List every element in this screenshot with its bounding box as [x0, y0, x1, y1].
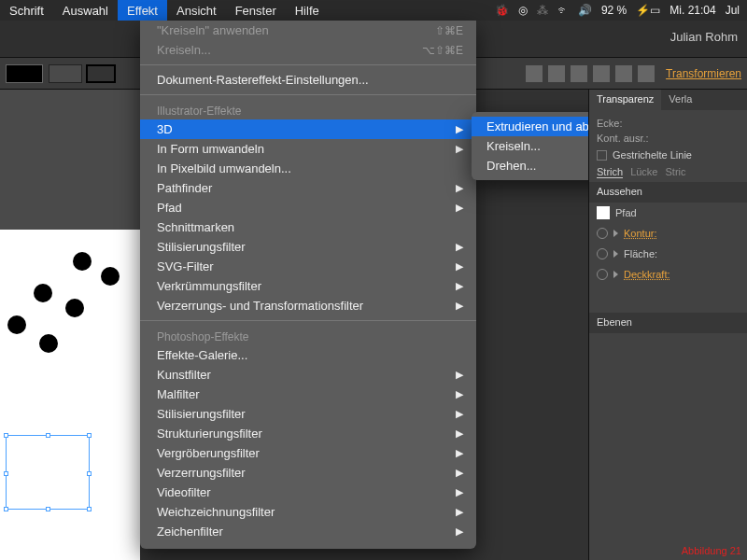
align-icon[interactable]: [526, 65, 543, 82]
appearance-row[interactable]: Fläche:: [589, 244, 747, 264]
sync-icon[interactable]: ◎: [518, 4, 528, 17]
menu-item[interactable]: Verkrümmungsfilter▶: [140, 276, 476, 296]
menu-auswahl[interactable]: Auswahl: [53, 0, 118, 21]
align-icon[interactable]: [548, 65, 565, 82]
menu-effekt[interactable]: Effekt: [118, 0, 167, 21]
appearance-name: Kontur:: [624, 228, 740, 239]
wifi-icon[interactable]: ᯤ: [557, 4, 569, 17]
figure-caption: Abbildung 21: [682, 545, 741, 556]
menu-item[interactable]: Schnittmarken: [140, 217, 476, 237]
transform-link[interactable]: Transformieren: [666, 67, 741, 80]
appearance-name: Fläche:: [624, 248, 740, 259]
menu-item[interactable]: SVG-Filter▶: [140, 257, 476, 276]
dashed-line-check[interactable]: Gestrichelte Linie: [597, 149, 740, 161]
submenu-arrow-icon: ▶: [456, 408, 463, 420]
shape-dot[interactable]: [101, 267, 120, 286]
menu-item[interactable]: 3D▶: [140, 119, 476, 139]
tab-transparenz[interactable]: Transparenz: [589, 90, 661, 110]
submenu-arrow-icon: ▶: [456, 447, 463, 459]
submenu-arrow-icon: ▶: [456, 241, 463, 253]
menu-item[interactable]: Stilisierungsfilter▶: [140, 237, 476, 257]
submenu-arrow-icon: ▶: [456, 123, 463, 135]
submenu-arrow-icon: ▶: [456, 506, 463, 518]
submenu-arrow-icon: ▶: [456, 143, 463, 155]
menu-item[interactable]: Verzerrungsfilter▶: [140, 463, 476, 483]
menu-item[interactable]: Pfad▶: [140, 198, 476, 217]
disclosure-icon[interactable]: [613, 271, 618, 278]
layers-header[interactable]: Ebenen: [589, 313, 747, 333]
menu-item[interactable]: Pathfinder▶: [140, 178, 476, 198]
menu-section-header: Illustrator-Effekte: [140, 100, 476, 119]
path-swatch-icon: [597, 206, 610, 219]
appearance-header[interactable]: Aussehen: [589, 182, 747, 203]
menu-item[interactable]: Malfilter▶: [140, 385, 476, 404]
menu-recent: Kreiseln...⌥⇧⌘E: [140, 40, 476, 60]
visibility-icon[interactable]: [597, 269, 608, 280]
notification-icon[interactable]: 🐞: [495, 4, 509, 17]
submenu-arrow-icon: ▶: [456, 486, 463, 498]
document-user: Julian Rohm: [670, 30, 738, 44]
menu-hilfe[interactable]: Hilfe: [286, 0, 329, 21]
shape-dot[interactable]: [7, 315, 26, 334]
stroke-swatch[interactable]: [86, 64, 116, 83]
shape-dot[interactable]: [65, 299, 84, 317]
panel-tabs: Transparenz Verla: [589, 90, 747, 110]
ecke-label: Ecke:: [597, 118, 740, 129]
shape-dot[interactable]: [39, 334, 58, 353]
disclosure-icon[interactable]: [613, 250, 618, 258]
menu-item[interactable]: Weichzeichnungsfilter▶: [140, 502, 476, 522]
appearance-row[interactable]: Kontur:: [589, 223, 747, 244]
artboard[interactable]: [0, 230, 140, 560]
align-icons: [526, 65, 655, 82]
menu-item[interactable]: Kunstfilter▶: [140, 365, 476, 385]
appearance-row[interactable]: Deckkraft:: [589, 264, 747, 285]
appearance-path-row[interactable]: Pfad: [589, 203, 747, 223]
menubar-status: 🐞 ◎ ⁂ ᯤ 🔊 92 % ⚡▭ Mi. 21:04 Jul: [487, 4, 747, 17]
submenu-arrow-icon: ▶: [456, 182, 463, 194]
checkbox-icon[interactable]: [597, 150, 607, 161]
menu-item[interactable]: In Form umwandeln▶: [140, 139, 476, 159]
visibility-icon[interactable]: [597, 228, 608, 239]
submenu-arrow-icon: ▶: [456, 260, 463, 273]
submenu-arrow-icon: ▶: [456, 369, 463, 381]
menu-raster-settings[interactable]: Dokument-Rastereffekt-Einstellungen...: [140, 70, 476, 90]
fill-swatch[interactable]: [6, 64, 43, 83]
shape-dot[interactable]: [73, 252, 92, 271]
align-icon[interactable]: [571, 65, 587, 82]
battery-icon[interactable]: ⚡▭: [636, 4, 660, 17]
align-icon[interactable]: [593, 65, 610, 82]
menu-item[interactable]: In Pixelbild umwandeln...: [140, 159, 476, 178]
menu-item[interactable]: Strukturierungsfilter▶: [140, 424, 476, 443]
menu-item[interactable]: Vergröberungsfilter▶: [140, 443, 476, 463]
battery-text: 92 %: [601, 4, 627, 17]
menu-item[interactable]: Verzerrungs- und Transformationsfilter▶: [140, 296, 476, 315]
volume-icon[interactable]: 🔊: [578, 4, 592, 17]
submenu-arrow-icon: ▶: [456, 202, 463, 214]
menu-item[interactable]: Zeichenfilter▶: [140, 522, 476, 541]
menu-item[interactable]: Effekte-Galerie...: [140, 345, 476, 365]
clock-text[interactable]: Mi. 21:04: [669, 4, 715, 17]
visibility-icon[interactable]: [597, 248, 608, 259]
submenu-arrow-icon: ▶: [456, 280, 463, 292]
tab-verlauf[interactable]: Verla: [661, 90, 699, 110]
fill-dropdown[interactable]: [49, 64, 82, 83]
disclosure-icon[interactable]: [613, 230, 618, 237]
submenu-arrow-icon: ▶: [456, 427, 463, 440]
align-icon[interactable]: [615, 65, 632, 82]
menu-ansicht[interactable]: Ansicht: [167, 0, 226, 21]
user-short[interactable]: Jul: [726, 4, 740, 17]
kont-label: Kont. ausr.:: [597, 133, 740, 144]
submenu-arrow-icon: ▶: [456, 388, 463, 400]
align-icon[interactable]: [638, 65, 655, 82]
menu-item[interactable]: Stilisierungsfilter▶: [140, 404, 476, 424]
shape-dot[interactable]: [34, 284, 52, 302]
canvas-area[interactable]: [0, 90, 140, 560]
selection-box[interactable]: [6, 435, 90, 510]
menu-schrift[interactable]: Schrift: [0, 0, 53, 21]
right-panels: Transparenz Verla Ecke: Kont. ausr.: Ges…: [588, 90, 747, 560]
menu-section-header: Photoshop-Effekte: [140, 326, 476, 345]
menu-recent-apply: "Kreiseln" anwenden⇧⌘E: [140, 21, 476, 40]
menu-fenster[interactable]: Fenster: [226, 0, 286, 21]
menu-item[interactable]: Videofilter▶: [140, 483, 476, 502]
bluetooth-icon[interactable]: ⁂: [537, 4, 548, 17]
